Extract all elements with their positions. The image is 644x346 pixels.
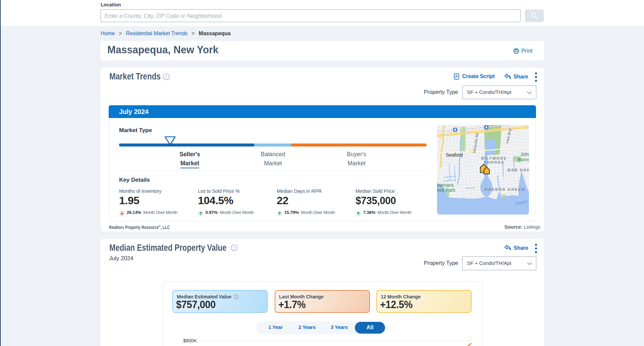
svg-text:eck Park: eck Park — [437, 187, 455, 193]
svg-text:eamans: eamans — [437, 182, 454, 188]
svg-text:HARBOR GREEN: HARBOR GREEN — [485, 187, 525, 191]
svg-text:Seaford: Seaford — [446, 152, 463, 158]
svg-text:John: John — [520, 152, 529, 157]
svg-text:BAR HARB: BAR HARB — [507, 168, 529, 172]
svg-text:i: i — [166, 75, 167, 79]
svg-text:SHORES: SHORES — [484, 160, 504, 164]
svg-text:Burns F: Burns F — [518, 157, 529, 162]
svg-text:i: i — [233, 246, 234, 250]
svg-text:BILTMORE: BILTMORE — [481, 156, 507, 160]
